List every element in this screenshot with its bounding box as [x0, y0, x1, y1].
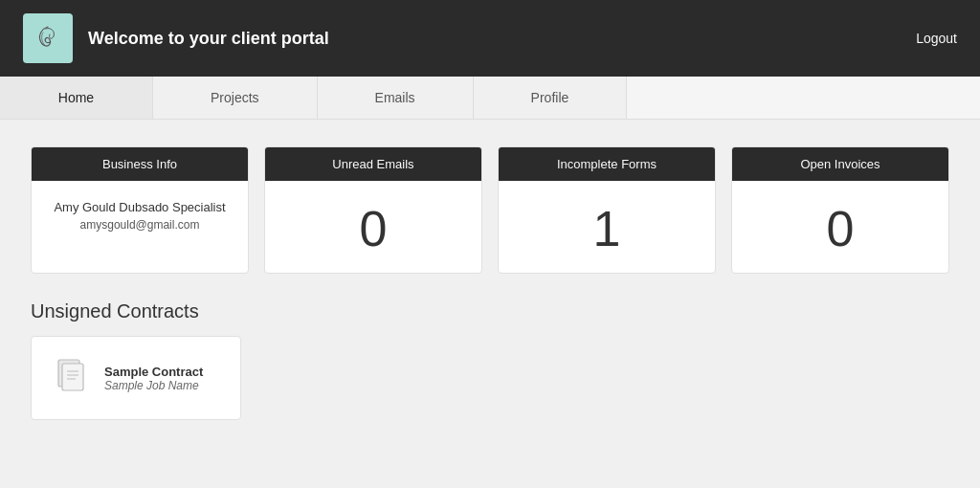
nav-tabs: Home Projects Emails Profile — [0, 77, 980, 120]
open-invoices-value: 0 — [827, 181, 855, 273]
contract-job: Sample Job Name — [104, 379, 203, 392]
contract-info: Sample Contract Sample Job Name — [104, 365, 203, 392]
incomplete-forms-card: Incomplete Forms 1 — [498, 146, 716, 274]
section-title: Unsigned Contracts — [31, 300, 949, 322]
contract-icon — [51, 356, 89, 400]
svg-rect-1 — [62, 364, 83, 390]
header-left: Welcome to your client portal — [23, 13, 329, 63]
unread-emails-header: Unread Emails — [265, 147, 481, 181]
business-info-header: Business Info — [32, 147, 248, 181]
tab-emails[interactable]: Emails — [318, 77, 474, 119]
tab-profile[interactable]: Profile — [474, 77, 628, 119]
unsigned-contracts-section: Unsigned Contracts Sample Contract Sampl… — [31, 300, 949, 420]
business-info-body: Amy Gould Dubsado Specialist amysgould@g… — [32, 181, 248, 251]
open-invoices-card: Open Invoices 0 — [731, 146, 949, 274]
main-content: Business Info Amy Gould Dubsado Speciali… — [0, 120, 980, 447]
logout-button[interactable]: Logout — [916, 31, 957, 46]
open-invoices-header: Open Invoices — [732, 147, 948, 181]
incomplete-forms-header: Incomplete Forms — [499, 147, 715, 181]
contract-name: Sample Contract — [104, 365, 203, 379]
unread-emails-value: 0 — [360, 181, 388, 273]
unread-emails-card: Unread Emails 0 — [264, 146, 482, 274]
tab-home[interactable]: Home — [0, 77, 153, 119]
business-info-card: Business Info Amy Gould Dubsado Speciali… — [31, 146, 249, 274]
header: Welcome to your client portal Logout — [0, 0, 980, 77]
incomplete-forms-value: 1 — [593, 181, 621, 273]
contract-item[interactable]: Sample Contract Sample Job Name — [31, 336, 241, 420]
business-email: amysgould@gmail.com — [47, 218, 233, 232]
header-title: Welcome to your client portal — [88, 29, 329, 49]
tab-projects[interactable]: Projects — [153, 77, 318, 119]
stats-row: Business Info Amy Gould Dubsado Speciali… — [31, 146, 949, 274]
business-name: Amy Gould Dubsado Specialist — [47, 200, 233, 214]
logo — [23, 13, 73, 63]
